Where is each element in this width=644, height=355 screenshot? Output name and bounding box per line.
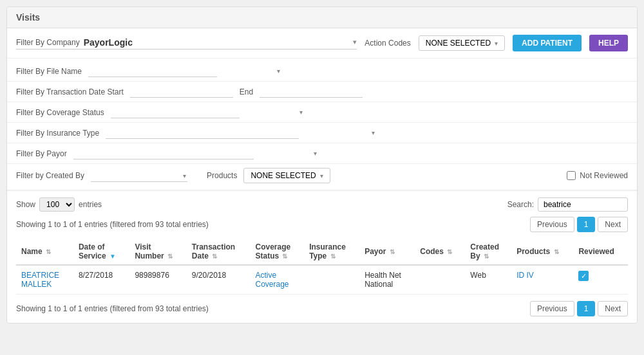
col-name: Name ⇅ xyxy=(16,239,73,265)
not-reviewed-label: Not Reviewed xyxy=(580,171,628,180)
cell-coverage-status: ActiveCoverage xyxy=(250,265,304,295)
filter-payor-row: Filter By Payor xyxy=(7,143,637,164)
transaction-date-label: Filter By Transaction Date Start xyxy=(16,87,124,96)
col-created-by: CreatedBy ⇅ xyxy=(465,239,511,265)
coverage-status-select[interactable] xyxy=(111,106,240,118)
cell-date-of-service: 8/27/2018 xyxy=(73,265,130,295)
name-sort-icon: ⇅ xyxy=(46,248,51,255)
action-codes-label: Action Codes xyxy=(365,39,410,48)
col-date-of-service: Date ofService ▼ xyxy=(73,239,130,265)
col-codes: Codes ⇅ xyxy=(415,239,465,265)
codes-sort-icon: ⇅ xyxy=(447,248,452,255)
page-1-button-top[interactable]: 1 xyxy=(577,217,596,232)
cell-insurance-type xyxy=(304,265,359,295)
not-reviewed-wrapper: Not Reviewed xyxy=(567,171,628,180)
panel-header: Visits xyxy=(7,7,637,28)
col-products: Products ⇅ xyxy=(511,239,573,265)
visits-panel: Visits Filter By Company PayorLogic ▾ Ac… xyxy=(6,6,638,323)
payor-label: Filter By Payor xyxy=(16,149,67,158)
show-label: Show xyxy=(16,200,35,209)
entries-select[interactable]: 100 25 50 xyxy=(39,197,75,212)
col-reviewed: Reviewed xyxy=(573,239,628,265)
cell-name: BEATRICEMALLEK xyxy=(16,265,73,295)
insurance-type-select[interactable] xyxy=(106,127,299,139)
filter-file-name-row: Filter By File Name xyxy=(7,59,637,82)
cell-products: ID IV xyxy=(511,265,573,295)
transaction-date-end-input[interactable] xyxy=(260,86,363,98)
visits-table: Name ⇅ Date ofService ▼ VisitNumber ⇅ Tr… xyxy=(16,239,628,295)
transaction-date-end-label: End xyxy=(240,87,253,96)
date-sort-icon: ▼ xyxy=(109,253,116,260)
not-reviewed-checkbox[interactable] xyxy=(567,171,576,180)
page-1-button-bottom[interactable]: 1 xyxy=(577,301,596,316)
col-insurance-type: InsuranceType ⇅ xyxy=(304,239,359,265)
cell-created-by: Web xyxy=(465,265,511,295)
table-header: Name ⇅ Date ofService ▼ VisitNumber ⇅ Tr… xyxy=(16,239,628,265)
table-body: BEATRICEMALLEK 8/27/2018 98989876 9/20/2… xyxy=(16,265,628,295)
table-row: BEATRICEMALLEK 8/27/2018 98989876 9/20/2… xyxy=(16,265,628,295)
cell-codes xyxy=(415,265,465,295)
next-button-bottom[interactable]: Next xyxy=(598,301,628,316)
payor-sort-icon: ⇅ xyxy=(390,248,395,255)
col-payor: Payor ⇅ xyxy=(359,239,415,265)
products-link[interactable]: ID IV xyxy=(516,271,534,280)
help-button[interactable]: HELP xyxy=(589,35,628,51)
search-row: Search: xyxy=(507,197,628,212)
created-by-label: Filter by Created By xyxy=(16,171,84,180)
next-button-top[interactable]: Next xyxy=(598,217,628,232)
file-name-label: Filter By File Name xyxy=(16,67,82,76)
created-by-select[interactable] xyxy=(91,170,187,182)
cov-sort-icon: ⇅ xyxy=(282,253,287,260)
company-name: PayorLogic xyxy=(84,37,133,48)
coverage-status-label: Filter By Coverage Status xyxy=(16,108,104,117)
col-coverage-status: CoverageStatus ⇅ xyxy=(250,239,304,265)
products-value: NONE SELECTED xyxy=(251,171,316,180)
info-row-top: Showing 1 to 1 of 1 entries (filtered fr… xyxy=(16,217,628,232)
search-input[interactable] xyxy=(538,197,628,212)
cell-payor: Health NetNational xyxy=(359,265,415,295)
payor-select[interactable] xyxy=(73,147,254,159)
action-codes-dropdown[interactable]: NONE SELECTED xyxy=(419,35,505,51)
company-filter-label: Filter By Company xyxy=(16,38,80,47)
cell-reviewed: ✓ xyxy=(573,265,628,295)
table-section: Show 100 25 50 entries Search: Showing 1… xyxy=(7,191,637,323)
trans-sort-icon: ⇅ xyxy=(212,253,217,260)
pagination-top: Previous 1 Next xyxy=(530,217,628,232)
filter-coverage-status-row: Filter By Coverage Status xyxy=(7,102,637,123)
info-row-bottom: Showing 1 to 1 of 1 entries (filtered fr… xyxy=(16,301,628,316)
page-wrapper: Visits Filter By Company PayorLogic ▾ Ac… xyxy=(0,0,644,330)
header-row: Name ⇅ Date ofService ▼ VisitNumber ⇅ Tr… xyxy=(16,239,628,265)
filter-transaction-date-row: Filter By Transaction Date Start End xyxy=(7,82,637,102)
patient-name-link[interactable]: BEATRICEMALLEK xyxy=(21,271,59,289)
filter-insurance-type-row: Filter By Insurance Type xyxy=(7,123,637,143)
panel-title: Visits xyxy=(16,12,40,23)
insurance-type-label: Filter By Insurance Type xyxy=(16,129,99,138)
prev-button-bottom[interactable]: Previous xyxy=(530,301,574,316)
products-label: Products xyxy=(207,171,237,180)
products-dropdown[interactable]: NONE SELECTED xyxy=(243,168,330,183)
ins-sort-icon: ⇅ xyxy=(330,253,336,260)
cell-visit-number: 98989876 xyxy=(129,265,186,295)
filter-company-row: Filter By Company PayorLogic ▾ Action Co… xyxy=(7,28,637,59)
action-codes-value: NONE SELECTED xyxy=(426,39,491,48)
col-transaction-date: TransactionDate ⇅ xyxy=(187,239,251,265)
filter-created-by-row: Filter by Created By Products NONE SELEC… xyxy=(7,164,637,190)
company-dropdown-icon: ▾ xyxy=(353,38,357,46)
prev-button-top[interactable]: Previous xyxy=(530,217,574,232)
entries-label: entries xyxy=(79,200,102,209)
coverage-status-link[interactable]: ActiveCoverage xyxy=(255,271,289,289)
info-text-bottom: Showing 1 to 1 of 1 entries (filtered fr… xyxy=(16,304,209,313)
col-visit-number: VisitNumber ⇅ xyxy=(129,239,186,265)
visit-sort-icon: ⇅ xyxy=(167,253,173,260)
file-name-select[interactable] xyxy=(88,65,217,77)
cell-transaction-date: 9/20/2018 xyxy=(187,265,251,295)
add-patient-button[interactable]: ADD PATIENT xyxy=(513,35,582,51)
reviewed-checkbox[interactable]: ✓ xyxy=(578,271,589,281)
transaction-date-start-input[interactable] xyxy=(130,86,233,98)
created-sort-icon: ⇅ xyxy=(484,253,489,260)
search-label: Search: xyxy=(507,200,534,209)
prod-sort-icon: ⇅ xyxy=(554,248,559,255)
pagination-bottom: Previous 1 Next xyxy=(530,301,628,316)
info-text-top: Showing 1 to 1 of 1 entries (filtered fr… xyxy=(16,220,209,229)
show-entries: Show 100 25 50 entries xyxy=(16,197,102,212)
